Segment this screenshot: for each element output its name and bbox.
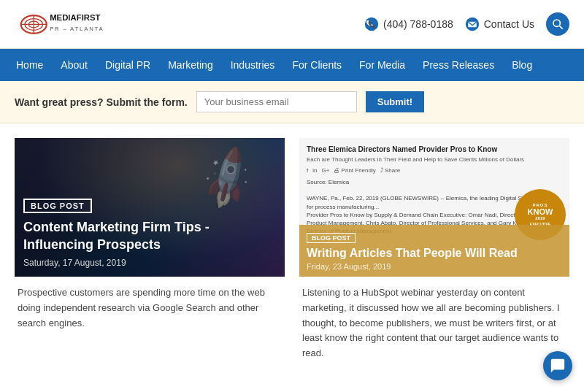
post-title-1: Content Marketing Firm Tips - Influencin…: [23, 219, 276, 253]
chat-icon: [550, 358, 566, 370]
pr-action-1: f: [307, 167, 308, 174]
nav-marketing[interactable]: Marketing: [159, 49, 221, 81]
phone-icon: 📞: [364, 17, 379, 31]
contact-item[interactable]: Contact Us: [465, 17, 534, 31]
pr-overlay-2: BLOG POST Writing Articles That People W…: [299, 225, 569, 277]
post-badge-1: BLOG POST: [23, 199, 92, 213]
post-title-2: Writing Articles That People Will Read: [307, 246, 562, 260]
email-banner: Want great press? Submit the form. Submi…: [0, 81, 584, 123]
phone-number: (404) 788-0188: [383, 18, 453, 30]
page-header: MEDIAFIRST PR – ATLANTA 📞 (404) 788-0188…: [0, 0, 584, 49]
nav-about[interactable]: About: [52, 49, 96, 81]
pr-action-5: ⤴ Share: [380, 167, 401, 174]
nav-industries[interactable]: Industries: [222, 49, 284, 81]
posts-grid: BLOG POST Content Marketing Firm Tips - …: [0, 123, 584, 370]
search-button[interactable]: [546, 12, 569, 36]
main-nav: Home About Digital PR Marketing Industri…: [0, 49, 584, 81]
nav-digital-pr[interactable]: Digital PR: [96, 49, 159, 81]
post-date-1: Saturday, 17 August, 2019: [23, 258, 276, 268]
nav-blog[interactable]: Blog: [503, 49, 541, 81]
post-date-2: Friday, 23 August, 2019: [307, 262, 562, 271]
pr-actions: f in G+ 🖨 Print Friendly ⤴ Share: [307, 167, 562, 174]
svg-text:MEDIAFIRST: MEDIAFIRST: [50, 13, 100, 22]
email-input[interactable]: [196, 91, 357, 112]
svg-point-11: [553, 20, 560, 26]
pr-header: Three Elemica Directors Named Provider P…: [307, 145, 562, 153]
pr-action-2: in: [312, 167, 317, 174]
svg-text:📞: 📞: [368, 20, 376, 28]
post-excerpt-1: Prospective customers are spending more …: [15, 277, 285, 339]
logo-image: MEDIAFIRST PR – ATLANTA: [15, 6, 117, 42]
post-image-2[interactable]: Three Elemica Directors Named Provider P…: [299, 138, 569, 277]
pr-subheader: Each are Thought Leaders in Their Field …: [307, 156, 562, 163]
search-icon: [552, 18, 564, 30]
post-excerpt-2: Listening to a HubSpot webinar yesterday…: [299, 277, 569, 370]
pr-action-3: G+: [321, 167, 329, 174]
phone-item[interactable]: 📞 (404) 788-0188: [364, 17, 453, 31]
post-badge-2: BLOG POST: [307, 233, 356, 243]
svg-line-12: [560, 26, 563, 29]
submit-button[interactable]: Submit!: [366, 91, 424, 112]
post-card-2: Three Elemica Directors Named Provider P…: [299, 138, 569, 370]
svg-text:PR – ATLANTA: PR – ATLANTA: [50, 26, 104, 32]
nav-for-media[interactable]: For Media: [350, 49, 414, 81]
contact-label: Contact Us: [484, 18, 534, 30]
pr-action-4: 🖨 Print Friendly: [334, 167, 375, 174]
nav-for-clients[interactable]: For Clients: [283, 49, 350, 81]
email-icon: [465, 17, 480, 31]
post-card-1: BLOG POST Content Marketing Firm Tips - …: [15, 138, 285, 370]
nav-home[interactable]: Home: [7, 49, 52, 81]
post-overlay-1: BLOG POST Content Marketing Firm Tips - …: [23, 199, 276, 268]
post-image-1[interactable]: BLOG POST Content Marketing Firm Tips - …: [15, 138, 285, 277]
logo-area: MEDIAFIRST PR – ATLANTA: [15, 6, 117, 42]
banner-label: Want great press? Submit the form.: [15, 96, 188, 108]
header-right: 📞 (404) 788-0188 Contact Us: [364, 12, 569, 36]
nav-press-releases[interactable]: Press Releases: [414, 49, 503, 81]
